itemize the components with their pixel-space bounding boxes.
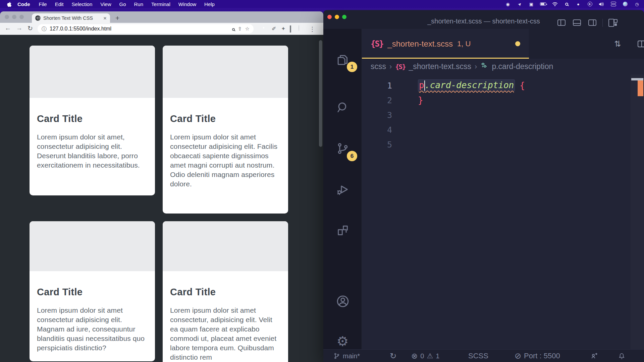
- forward-button[interactable]: →: [16, 24, 22, 32]
- editor-tab-bar: {S} _shorten-text.scss 1, U ⇅ ⋯: [362, 29, 644, 59]
- explorer-icon[interactable]: 1: [323, 49, 362, 71]
- breadcrumb-symbol[interactable]: p.card-description: [492, 62, 553, 71]
- wifi-icon[interactable]: [552, 1, 558, 7]
- menu-item-go[interactable]: Go: [115, 1, 130, 7]
- bookmark-star-icon[interactable]: ☆: [245, 26, 250, 32]
- branch-name: main*: [343, 352, 360, 360]
- siri-icon[interactable]: [622, 1, 628, 7]
- menu-item-view[interactable]: View: [96, 1, 115, 7]
- line-number: 3: [362, 110, 392, 120]
- card: Card Title Lorem ipsum dolor sit amet co…: [163, 221, 288, 362]
- toggle-secondary-sidebar-icon[interactable]: [588, 19, 596, 26]
- profile-avatar[interactable]: [299, 25, 299, 31]
- spotlight-icon[interactable]: [564, 1, 570, 7]
- breadcrumb-file[interactable]: _shorten-text.scss: [409, 62, 471, 71]
- window-minimize-button[interactable]: [12, 15, 16, 19]
- symbol-icon: [480, 62, 488, 72]
- back-button[interactable]: ←: [5, 24, 11, 32]
- status-dot-icon[interactable]: ●: [575, 1, 581, 7]
- editor-scrollbar[interactable]: [631, 74, 644, 349]
- activity-bar: 1 6 ⚙: [323, 29, 362, 349]
- open-changes-icon[interactable]: ⇅: [614, 29, 621, 59]
- code-open-brace: {: [520, 80, 525, 90]
- split-editor-icon[interactable]: [638, 29, 644, 59]
- menu-app-name[interactable]: Code: [14, 1, 35, 7]
- git-branch-status[interactable]: main*: [333, 350, 360, 362]
- status-bar: main* ↻ ⊗ 0 ⚠ 1 SCSS ⊘ Port : 5500: [323, 349, 644, 362]
- menu-item-edit[interactable]: Edit: [51, 1, 68, 7]
- browser-toolbar: ← → ↻ ⓘ 127.0.0.1:5500/index.html ⇧ ☆ ✐ …: [0, 23, 323, 35]
- page-scrollbar[interactable]: [319, 35, 323, 362]
- warnings-icon: ⚠: [427, 352, 433, 360]
- frame-extension-icon[interactable]: [290, 26, 291, 32]
- warning-marker: [638, 80, 643, 96]
- chevron-right-icon: ›: [389, 62, 392, 71]
- now-playing-icon[interactable]: ▶: [587, 1, 593, 7]
- menu-item-terminal[interactable]: Terminal: [147, 1, 174, 7]
- web-page-content: Card Title Lorem ipsum dolor sit amet, c…: [0, 35, 323, 362]
- source-control-badge: 6: [347, 151, 357, 161]
- live-server-status[interactable]: ⊘ Port : 5500: [515, 350, 560, 362]
- scrollbar-thumb[interactable]: [631, 78, 643, 80]
- customize-layout-icon[interactable]: [608, 19, 616, 25]
- card-image-placeholder: [163, 221, 288, 271]
- control-center-icon[interactable]: [610, 1, 616, 7]
- errors-count: 0: [420, 352, 424, 360]
- battery-icon[interactable]: [540, 1, 546, 7]
- selector-highlight: p.card-description: [418, 79, 515, 92]
- extension-spark-icon[interactable]: ✦: [281, 25, 285, 32]
- menu-item-window[interactable]: Window: [174, 1, 200, 7]
- notifications-bell-icon[interactable]: [618, 350, 626, 362]
- settings-gear-icon[interactable]: ⚙: [323, 330, 362, 352]
- editor-tab[interactable]: {S} _shorten-text.scss 1, U: [362, 29, 529, 59]
- menu-status-icons: ◉ ➤ ▣ ● ▶ ◷: [505, 1, 640, 7]
- live-share-icon[interactable]: [590, 350, 598, 362]
- line-number: 5: [362, 140, 392, 149]
- card: Card Title Lorem ipsum dolor sit amet co…: [163, 46, 288, 214]
- breadcrumb-folder[interactable]: scss: [371, 62, 386, 71]
- sass-file-icon: {S}: [371, 39, 383, 49]
- source-control-icon[interactable]: 6: [323, 138, 362, 159]
- toggle-panel-icon[interactable]: [573, 19, 581, 26]
- toggle-sidebar-icon[interactable]: [557, 19, 566, 26]
- zoom-page-icon[interactable]: [232, 26, 235, 32]
- card: Card Title Lorem ipsum dolor sit amet co…: [30, 221, 155, 361]
- screen-record-icon[interactable]: ▣: [528, 1, 534, 7]
- accounts-icon[interactable]: [323, 291, 362, 312]
- card-title: Card Title: [37, 113, 148, 124]
- sync-icon[interactable]: ↻: [390, 350, 396, 362]
- menu-item-selection[interactable]: Selection: [68, 1, 97, 7]
- card-title: Card Title: [170, 287, 281, 298]
- code-editor[interactable]: 1 p.card-description{ 2 } 3 4 5: [362, 74, 644, 349]
- target-icon[interactable]: ◉: [505, 1, 511, 7]
- tab-close-icon[interactable]: ×: [103, 15, 107, 21]
- extensions-icon[interactable]: [323, 220, 362, 241]
- run-debug-icon[interactable]: [323, 179, 362, 200]
- menu-item-file[interactable]: File: [35, 1, 51, 7]
- search-icon[interactable]: [323, 97, 362, 118]
- card-title: Card Title: [37, 287, 148, 298]
- new-tab-button[interactable]: +: [115, 14, 119, 22]
- code-close-brace: }: [418, 95, 423, 105]
- volume-icon[interactable]: [599, 1, 605, 7]
- share-icon[interactable]: ⇧: [238, 26, 242, 32]
- eyedropper-extension-icon[interactable]: ✐: [272, 25, 276, 32]
- browser-menu-icon[interactable]: ⋮: [309, 25, 315, 33]
- tab-file-name: _shorten-text.scss: [387, 39, 453, 49]
- problems-status[interactable]: ⊗ 0 ⚠ 1: [411, 350, 439, 362]
- site-info-icon[interactable]: ⓘ: [42, 26, 47, 32]
- clock-icon[interactable]: ◷: [634, 1, 640, 7]
- apple-logo-icon[interactable]: [4, 1, 14, 7]
- browser-tab[interactable]: Shorten Text With CSS ×: [32, 13, 110, 23]
- rocket-icon[interactable]: ➤: [516, 0, 524, 8]
- unsaved-dot-icon[interactable]: [515, 41, 520, 46]
- language-mode[interactable]: SCSS: [468, 350, 488, 362]
- code-selector-tag: p: [419, 80, 424, 90]
- address-bar[interactable]: ⓘ 127.0.0.1:5500/index.html ⇧ ☆: [38, 24, 254, 34]
- reload-button[interactable]: ↻: [28, 24, 33, 32]
- window-close-button[interactable]: [5, 15, 9, 19]
- code-selector-class: .card-description: [425, 80, 514, 90]
- window-zoom-button[interactable]: [19, 15, 24, 19]
- menu-item-help[interactable]: Help: [200, 1, 219, 7]
- menu-item-run[interactable]: Run: [130, 1, 148, 7]
